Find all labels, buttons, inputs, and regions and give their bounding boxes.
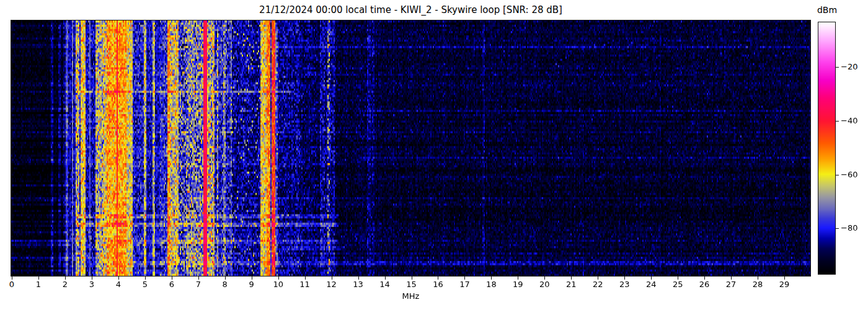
colorbar-tick-label: −80 bbox=[841, 224, 857, 232]
x-tick-label: 2 bbox=[53, 280, 78, 289]
waterfall-heatmap bbox=[11, 20, 810, 276]
x-tick-label: 12 bbox=[319, 280, 344, 289]
x-tick-label: 4 bbox=[106, 280, 131, 289]
x-tick-label: 25 bbox=[665, 280, 690, 289]
colorbar-tick-label: −20 bbox=[841, 63, 857, 71]
x-tick-label: 11 bbox=[293, 280, 317, 289]
colorbar-tick-mark bbox=[836, 121, 839, 122]
colorbar-tick-mark bbox=[836, 228, 839, 229]
spectrogram-figure: 21/12/2024 00:00 local time - KIWI_2 - S… bbox=[0, 0, 868, 310]
x-tick-label: 27 bbox=[719, 280, 743, 289]
x-tick-label: 7 bbox=[186, 280, 211, 289]
chart-title: 21/12/2024 00:00 local time - KIWI_2 - S… bbox=[11, 4, 810, 16]
x-tick-label: 26 bbox=[692, 280, 717, 289]
x-tick-label: 10 bbox=[266, 280, 291, 289]
x-tick-label: 13 bbox=[346, 280, 371, 289]
x-tick-label: 0 bbox=[0, 280, 24, 289]
x-tick-label: 19 bbox=[505, 280, 530, 289]
x-tick-label: 24 bbox=[639, 280, 663, 289]
x-tick-label: 3 bbox=[79, 280, 104, 289]
x-tick-label: 15 bbox=[399, 280, 424, 289]
colorbar-tick-label: −60 bbox=[841, 170, 857, 179]
x-tick-label: 29 bbox=[772, 280, 797, 289]
colorbar-gradient bbox=[818, 22, 835, 274]
colorbar-label: dBm bbox=[812, 5, 842, 15]
x-tick-label: 14 bbox=[373, 280, 397, 289]
x-tick-label: 21 bbox=[559, 280, 583, 289]
x-tick-label: 16 bbox=[425, 280, 450, 289]
colorbar-tick-mark bbox=[836, 175, 839, 175]
x-tick-label: 23 bbox=[612, 280, 637, 289]
x-tick-label: 9 bbox=[239, 280, 264, 289]
x-tick-label: 20 bbox=[532, 280, 557, 289]
x-tick-label: 1 bbox=[26, 280, 51, 289]
x-tick-label: 6 bbox=[159, 280, 184, 289]
x-tick-label: 5 bbox=[133, 280, 157, 289]
x-tick-label: 28 bbox=[745, 280, 770, 289]
x-tick-label: 18 bbox=[479, 280, 503, 289]
x-tick-label: 8 bbox=[213, 280, 237, 289]
x-tick-label: 17 bbox=[452, 280, 477, 289]
x-axis-label: MHz bbox=[11, 291, 810, 301]
colorbar-tick-mark bbox=[836, 67, 839, 68]
x-tick-label: 22 bbox=[585, 280, 610, 289]
colorbar-tick-label: −40 bbox=[841, 117, 857, 125]
